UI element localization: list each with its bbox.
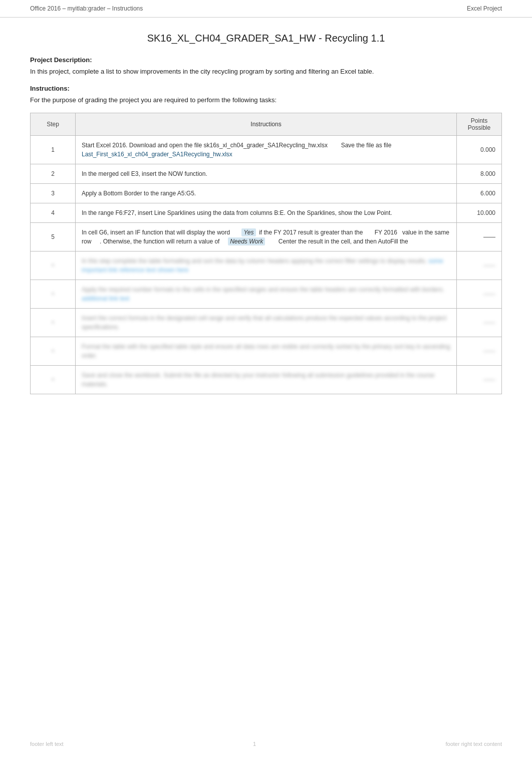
- instruction-text-part1: In cell G6, insert an IF function that w…: [82, 229, 241, 236]
- highlight-yes: Yes: [241, 228, 255, 236]
- table-row: 4 In the range F6:F27, insert Line Spark…: [31, 203, 502, 223]
- blurred-text: In this step complete the table formatti…: [82, 257, 428, 265]
- table-row: 5 In cell G6, insert an IF function that…: [31, 223, 502, 251]
- points-value: ——: [457, 251, 502, 280]
- top-bar: Office 2016 – myitlab:grader – Instructi…: [0, 0, 532, 18]
- instruction-cell: Insert the correct formula in the design…: [76, 309, 457, 337]
- footer-left: footer left text: [30, 741, 64, 747]
- points-value: ——: [457, 280, 502, 309]
- step-number: •: [31, 280, 76, 309]
- page-title: SK16_XL_CH04_GRADER_SA1_HW - Recycling 1…: [30, 33, 502, 44]
- table-row: • Insert the correct formula in the desi…: [31, 309, 502, 337]
- header-left: Office 2016 – myitlab:grader – Instructi…: [30, 5, 143, 12]
- points-value: 0.000: [457, 136, 502, 164]
- step-number: 3: [31, 184, 76, 203]
- instruction-cell: Format the table with the specified tabl…: [76, 337, 457, 366]
- instruction-cell: In the merged cell E3, insert the NOW fu…: [76, 164, 457, 184]
- instructions-label: Instructions:: [30, 85, 502, 92]
- instruction-text: Start Excel 2016. Download and open the …: [82, 142, 391, 149]
- table-row: 2 In the merged cell E3, insert the NOW …: [31, 164, 502, 184]
- instruction-cell: Save and close the workbook. Submit the …: [76, 366, 457, 394]
- blurred-text: Apply the required number formats to the…: [82, 286, 444, 293]
- points-value: 6.000: [457, 184, 502, 203]
- step-number: 5: [31, 223, 76, 251]
- instructions-intro: For the purpose of grading the project y…: [30, 95, 502, 105]
- step-number: •: [31, 366, 76, 394]
- col-header-points: PointsPossible: [457, 113, 502, 136]
- table-row: • Apply the required number formats to t…: [31, 280, 502, 309]
- points-value: ——: [457, 337, 502, 366]
- blurred-link: additional link text: [82, 295, 129, 302]
- blurred-text: Save and close the workbook. Submit the …: [82, 372, 434, 388]
- page-wrapper: Office 2016 – myitlab:grader – Instructi…: [0, 0, 532, 782]
- instruction-cell: In the range F6:F27, insert Line Sparkli…: [76, 203, 457, 223]
- points-value: ——: [457, 223, 502, 251]
- project-description: In this project, complete a list to show…: [30, 67, 502, 77]
- step-number: 4: [31, 203, 76, 223]
- instruction-text-part3: Center the result in the cell, and then …: [265, 238, 408, 245]
- blurred-text: Insert the correct formula in the design…: [82, 315, 446, 331]
- points-value: ——: [457, 309, 502, 337]
- header-right: Excel Project: [467, 5, 502, 12]
- footer-right: footer right text content: [445, 741, 502, 747]
- table-row: • Format the table with the specified ta…: [31, 337, 502, 366]
- table-row: 1 Start Excel 2016. Download and open th…: [31, 136, 502, 164]
- instruction-cell: Apply a Bottom Border to the range A5:G5…: [76, 184, 457, 203]
- table-row: 3 Apply a Bottom Border to the range A5:…: [31, 184, 502, 203]
- step-number: 2: [31, 164, 76, 184]
- file-link[interactable]: Last_First_sk16_xl_ch04_grader_SA1Recycl…: [82, 151, 232, 158]
- table-row: • In this step complete the table format…: [31, 251, 502, 280]
- points-value: 8.000: [457, 164, 502, 184]
- points-value: 10.000: [457, 203, 502, 223]
- step-number: •: [31, 309, 76, 337]
- footer: footer left text 1 footer right text con…: [0, 736, 532, 752]
- instruction-cell: Start Excel 2016. Download and open the …: [76, 136, 457, 164]
- highlight-needs-work: Needs Work: [228, 237, 265, 245]
- project-description-label: Project Description:: [30, 56, 502, 64]
- instruction-cell: Apply the required number formats to the…: [76, 280, 457, 309]
- main-content: SK16_XL_CH04_GRADER_SA1_HW - Recycling 1…: [0, 18, 532, 414]
- col-header-step: Step: [31, 113, 76, 136]
- step-number: 1: [31, 136, 76, 164]
- footer-center: 1: [253, 741, 256, 747]
- blurred-text: Format the table with the specified tabl…: [82, 343, 450, 359]
- instructions-table: Step Instructions PointsPossible 1 Start…: [30, 113, 502, 394]
- points-value: ——: [457, 366, 502, 394]
- instruction-cell: In this step complete the table formatti…: [76, 251, 457, 280]
- step-number: •: [31, 251, 76, 280]
- table-row: • Save and close the workbook. Submit th…: [31, 366, 502, 394]
- instruction-cell: In cell G6, insert an IF function that w…: [76, 223, 457, 251]
- col-header-instructions: Instructions: [76, 113, 457, 136]
- step-number: •: [31, 337, 76, 366]
